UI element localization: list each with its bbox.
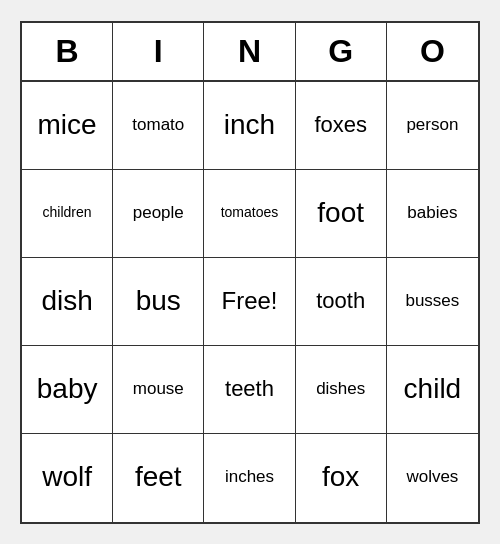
bingo-cell: inch bbox=[204, 82, 295, 170]
cell-text: Free! bbox=[221, 288, 277, 314]
bingo-cell: baby bbox=[22, 346, 113, 434]
cell-text: feet bbox=[135, 462, 182, 493]
bingo-cell: fox bbox=[296, 434, 387, 522]
cell-text: children bbox=[43, 205, 92, 220]
header-cell: G bbox=[296, 23, 387, 80]
cell-text: foxes bbox=[314, 113, 367, 137]
bingo-cell: mouse bbox=[113, 346, 204, 434]
cell-text: tomato bbox=[132, 116, 184, 135]
bingo-cell: Free! bbox=[204, 258, 295, 346]
bingo-cell: wolves bbox=[387, 434, 478, 522]
bingo-cell: tomato bbox=[113, 82, 204, 170]
header-cell: N bbox=[204, 23, 295, 80]
bingo-cell: child bbox=[387, 346, 478, 434]
bingo-cell: busses bbox=[387, 258, 478, 346]
cell-text: bus bbox=[136, 286, 181, 317]
cell-text: busses bbox=[405, 292, 459, 311]
bingo-cell: inches bbox=[204, 434, 295, 522]
cell-text: child bbox=[404, 374, 462, 405]
bingo-cell: person bbox=[387, 82, 478, 170]
cell-text: foot bbox=[317, 198, 364, 229]
bingo-cell: wolf bbox=[22, 434, 113, 522]
bingo-cell: dishes bbox=[296, 346, 387, 434]
bingo-cell: tomatoes bbox=[204, 170, 295, 258]
header-cell: I bbox=[113, 23, 204, 80]
bingo-card: BINGO micetomatoinchfoxespersonchildrenp… bbox=[20, 21, 480, 524]
cell-text: teeth bbox=[225, 377, 274, 401]
bingo-cell: children bbox=[22, 170, 113, 258]
cell-text: wolf bbox=[42, 462, 92, 493]
header-cell: B bbox=[22, 23, 113, 80]
cell-text: tooth bbox=[316, 289, 365, 313]
bingo-cell: foxes bbox=[296, 82, 387, 170]
bingo-cell: people bbox=[113, 170, 204, 258]
bingo-grid: micetomatoinchfoxespersonchildrenpeoplet… bbox=[22, 82, 478, 522]
bingo-cell: teeth bbox=[204, 346, 295, 434]
header-cell: O bbox=[387, 23, 478, 80]
cell-text: inches bbox=[225, 468, 274, 487]
cell-text: dish bbox=[41, 286, 92, 317]
bingo-cell: mice bbox=[22, 82, 113, 170]
cell-text: people bbox=[133, 204, 184, 223]
cell-text: mouse bbox=[133, 380, 184, 399]
cell-text: mice bbox=[38, 110, 97, 141]
bingo-cell: foot bbox=[296, 170, 387, 258]
bingo-cell: bus bbox=[113, 258, 204, 346]
bingo-cell: feet bbox=[113, 434, 204, 522]
bingo-header: BINGO bbox=[22, 23, 478, 82]
bingo-cell: dish bbox=[22, 258, 113, 346]
cell-text: tomatoes bbox=[221, 205, 279, 220]
bingo-cell: babies bbox=[387, 170, 478, 258]
cell-text: wolves bbox=[406, 468, 458, 487]
cell-text: babies bbox=[407, 204, 457, 223]
cell-text: fox bbox=[322, 462, 359, 493]
cell-text: inch bbox=[224, 110, 275, 141]
cell-text: person bbox=[406, 116, 458, 135]
cell-text: dishes bbox=[316, 380, 365, 399]
bingo-cell: tooth bbox=[296, 258, 387, 346]
cell-text: baby bbox=[37, 374, 98, 405]
